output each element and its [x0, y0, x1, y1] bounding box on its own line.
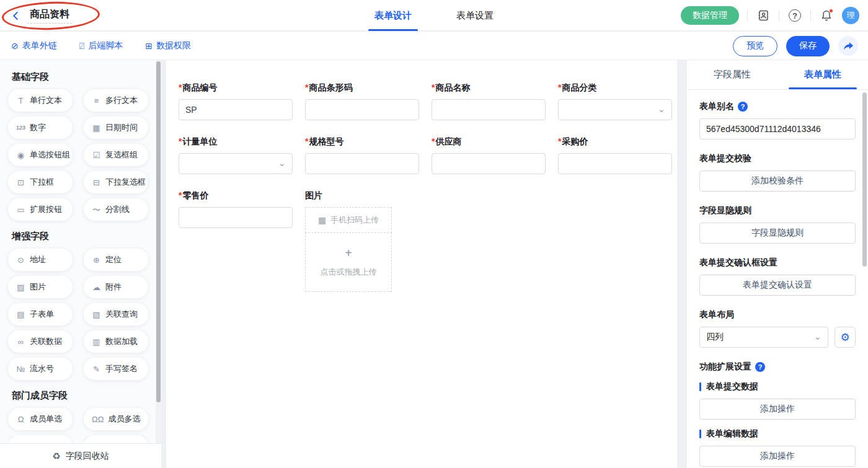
field-pill-related-data[interactable]: ∞关联数据 [8, 330, 73, 353]
divider-icon: 〜 [92, 206, 101, 214]
form-layout-title: 表单布局 [699, 309, 856, 320]
canvas-field-spec-model[interactable]: 规格型号 [305, 136, 419, 174]
submit-confirm-button[interactable]: 表单提交确认设置 [699, 275, 856, 296]
form-alias-title: 表单别名 ? [699, 101, 856, 112]
bell-icon[interactable] [819, 8, 834, 23]
form-layout-select[interactable]: 四列 ⌄ [699, 327, 828, 348]
divider [810, 10, 811, 21]
canvas-field-retail-price[interactable]: 零售价 [179, 190, 293, 228]
form-title-group: 商品资料 [10, 0, 72, 31]
field-pill-image[interactable]: ▨图片 [8, 276, 73, 298]
data-permission-link[interactable]: ⊞ 数据权限 [145, 40, 191, 51]
field-pill-serial-number[interactable]: №流水号 [8, 358, 73, 380]
data-load-icon: ▥ [92, 338, 101, 346]
field-pill-number[interactable]: 123数字 [8, 117, 73, 139]
add-action-edit-button[interactable]: 添加操作 [699, 446, 856, 467]
form-alias-input[interactable]: 567ed45300d71112d4013346 [699, 118, 856, 139]
attachment-icon: ☁ [92, 283, 101, 291]
field-pill-dropdown-multi[interactable]: ⊟下拉复选框 [84, 171, 148, 193]
field-recycle-bin[interactable]: ♻ 字段回收站 [0, 443, 161, 468]
field-pill-single-line-text[interactable]: T单行文本 [8, 89, 73, 112]
field-pill-member-single[interactable]: Ω成员单选 [8, 408, 73, 430]
add-action-submit-button[interactable]: 添加操作 [699, 399, 856, 420]
tab-form-properties[interactable]: 表单属性 [777, 60, 868, 89]
field-pill-divider-line[interactable]: 〜分割线 [84, 198, 148, 221]
barcode-input[interactable] [305, 99, 419, 120]
canvas-field-product-code[interactable]: 商品编号 SP [179, 82, 293, 120]
tab-form-design[interactable]: 表单设计 [371, 0, 415, 31]
field-library-sidebar: 基础字段 T单行文本 ≡多行文本 123数字 ▦日期时间 ◉单选按钮组 ☑复选框… [0, 60, 161, 468]
field-pill-related-query[interactable]: ▧关联查询 [84, 303, 148, 325]
save-button[interactable]: 保存 [786, 36, 830, 56]
form-title[interactable]: 商品资料 [27, 8, 72, 24]
retail-price-input[interactable] [179, 207, 293, 228]
header-actions: 数据管理 ? 理 [681, 0, 859, 31]
datetime-icon: ▦ [92, 124, 101, 132]
backend-script-icon: ⍁ [79, 42, 84, 50]
field-pill-datetime[interactable]: ▦日期时间 [84, 117, 148, 139]
field-visibility-button[interactable]: 字段显隐规则 [699, 223, 856, 244]
add-validation-button[interactable]: 添加校验条件 [699, 170, 856, 192]
canvas-field-unit[interactable]: 计量单位 ⌄ [179, 136, 293, 174]
help-icon[interactable]: ? [787, 8, 802, 23]
field-pill-multi-line-text[interactable]: ≡多行文本 [84, 89, 148, 112]
canvas-field-product-category[interactable]: 商品分类 ⌄ [558, 82, 672, 120]
field-pill-radio-group[interactable]: ◉单选按钮组 [8, 144, 73, 166]
canvas-field-image-upload[interactable]: 图片 ▦ 手机扫码上传 + 点击或拖拽上传 [305, 190, 419, 292]
field-pill-signature[interactable]: ✎手写签名 [84, 358, 148, 380]
scan-upload-button[interactable]: ▦ 手机扫码上传 [305, 207, 392, 233]
purchase-price-input[interactable] [558, 153, 672, 174]
field-pill-address[interactable]: ⊙地址 [8, 249, 73, 271]
recycle-icon: ♻ [52, 451, 60, 462]
canvas-field-product-name[interactable]: 商品名称 [432, 82, 546, 120]
checkbox-group-icon: ☑ [92, 151, 101, 159]
field-pill-dropdown[interactable]: ⊡下拉框 [8, 171, 73, 193]
spec-model-input[interactable] [305, 153, 419, 174]
extension-settings-title: 功能扩展设置 ? [699, 361, 856, 373]
tab-form-settings[interactable]: 表单设置 [453, 0, 497, 31]
toolbar-actions: 预览 保存 [733, 32, 858, 60]
submit-confirm-title: 表单提交确认框设置 [699, 257, 856, 268]
supplier-input[interactable] [432, 153, 546, 174]
form-canvas: 商品编号 SP 商品条形码 商品名称 商品分类 ⌄ 计量单位 ⌄ 规格型号 [166, 60, 677, 468]
help-badge-icon[interactable]: ? [738, 102, 748, 112]
unit-select[interactable]: ⌄ [179, 153, 293, 174]
product-category-select[interactable]: ⌄ [558, 99, 672, 120]
product-name-input[interactable] [432, 99, 546, 120]
related-query-icon: ▧ [92, 311, 101, 319]
field-pill-locate[interactable]: ⊕定位 [84, 249, 148, 271]
member-single-icon: Ω [16, 415, 25, 423]
backend-script-link[interactable]: ⍁ 后端脚本 [79, 40, 123, 51]
tab-field-properties[interactable]: 字段属性 [687, 60, 777, 89]
field-pill-data-load[interactable]: ▥数据加载 [84, 330, 148, 353]
help-badge-icon[interactable]: ? [755, 362, 765, 372]
avatar[interactable]: 理 [842, 7, 859, 24]
canvas-field-purchase-price[interactable]: 采购价 [558, 136, 672, 174]
field-pill-subform[interactable]: ▤子表单 [8, 303, 73, 325]
divider [779, 10, 779, 21]
address-book-icon[interactable] [756, 8, 771, 23]
field-pill-attachment[interactable]: ☁附件 [84, 276, 148, 298]
submit-data-subtitle: 表单提交数据 [699, 381, 856, 392]
back-icon[interactable] [10, 10, 21, 21]
signature-icon: ✎ [92, 365, 101, 373]
canvas-field-supplier[interactable]: 供应商 [432, 136, 546, 174]
serial-number-icon: № [16, 365, 25, 373]
sidebar-scrollbar-thumb[interactable] [156, 61, 161, 402]
panel-scrollbar-thumb[interactable] [862, 92, 867, 267]
canvas-field-barcode[interactable]: 商品条形码 [305, 82, 419, 120]
chevron-down-icon: ⌄ [657, 104, 665, 113]
product-code-input[interactable]: SP [179, 99, 293, 120]
gear-icon[interactable]: ⚙ [835, 327, 856, 348]
form-external-link[interactable]: ⊘ 表单外链 [11, 40, 57, 51]
submit-validation-title: 表单提交校验 [699, 153, 856, 164]
field-pill-member-multi[interactable]: ΩΩ成员多选 [84, 408, 148, 430]
data-manage-button[interactable]: 数据管理 [681, 6, 739, 25]
top-bar: 商品资料 表单设计 表单设置 数据管理 ? [0, 0, 868, 31]
toolbar-links: ⊘ 表单外链 ⍁ 后端脚本 ⊞ 数据权限 [11, 32, 191, 60]
field-pill-checkbox-group[interactable]: ☑复选框组 [84, 144, 148, 166]
field-pill-extend-button[interactable]: ▭扩展按钮 [8, 198, 73, 221]
upload-dropzone[interactable]: + 点击或拖拽上传 [305, 232, 392, 292]
preview-button[interactable]: 预览 [733, 36, 777, 56]
share-icon[interactable] [838, 36, 858, 56]
